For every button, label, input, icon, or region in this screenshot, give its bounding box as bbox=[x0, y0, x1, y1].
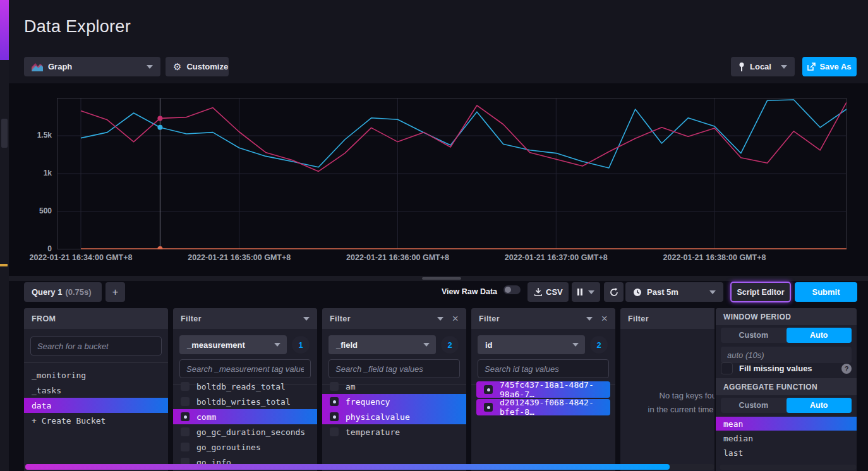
close-icon[interactable]: × bbox=[452, 313, 459, 324]
create-bucket-button[interactable]: + Create Bucket bbox=[24, 413, 168, 428]
gear-icon: ⚙ bbox=[173, 61, 181, 73]
custom-option[interactable]: Custom bbox=[721, 328, 787, 343]
tag-value-item[interactable]: 745fc437-18a1-48d7-98a6-7… bbox=[476, 381, 610, 398]
customize-button[interactable]: ⚙ Customize bbox=[166, 57, 229, 76]
aggregate-function-item[interactable]: median bbox=[716, 431, 857, 445]
x-axis-tick: 2022-01-21 16:34:00 GMT+8 bbox=[11, 253, 150, 262]
tag-value-item[interactable]: d2012439-f068-4842-bfef-8… bbox=[476, 399, 610, 415]
save-as-button[interactable]: Save As bbox=[802, 57, 857, 76]
help-icon[interactable]: ? bbox=[841, 364, 852, 374]
checkbox[interactable] bbox=[181, 397, 190, 406]
horizontal-scrollbar-thumb[interactable] bbox=[25, 464, 670, 470]
chevron-down-icon[interactable] bbox=[303, 317, 310, 321]
download-csv-button[interactable]: CSV bbox=[527, 282, 569, 302]
visualization-type-dropdown[interactable]: Graph bbox=[24, 57, 160, 76]
checkbox[interactable] bbox=[330, 427, 339, 436]
chevron-down-icon[interactable] bbox=[586, 317, 593, 321]
tag-value-item[interactable]: comm bbox=[173, 409, 317, 424]
tag-key-dropdown[interactable]: _field bbox=[329, 335, 436, 354]
auto-option[interactable]: Auto bbox=[787, 398, 852, 413]
window-period-input[interactable] bbox=[721, 347, 852, 363]
refresh-icon bbox=[610, 288, 618, 297]
tag-value-item[interactable]: boltdb_reads_total bbox=[173, 379, 317, 394]
script-editor-button[interactable]: Script Editor bbox=[730, 282, 791, 302]
submit-button[interactable]: Submit bbox=[795, 282, 857, 302]
add-query-button[interactable]: + bbox=[105, 282, 125, 302]
aggregate-function-item[interactable]: last bbox=[716, 446, 857, 460]
chevron-down-icon bbox=[423, 343, 430, 347]
tag-value-item[interactable]: temperature bbox=[322, 424, 466, 439]
nav-rail-marker bbox=[0, 264, 8, 266]
y-axis-tick: 500 bbox=[24, 206, 52, 217]
chevron-down-icon bbox=[588, 290, 594, 294]
tag-value-search-input[interactable] bbox=[329, 359, 460, 378]
tag-key-dropdown[interactable]: _measurement bbox=[179, 335, 287, 354]
tag-value-search-input[interactable] bbox=[478, 359, 609, 378]
fill-missing-row: Fill missing values ? bbox=[721, 362, 852, 374]
nav-rail-logo[interactable] bbox=[0, 0, 9, 60]
filter-panel: FilterNo tag keys foundin the current ti… bbox=[620, 308, 714, 471]
pause-icon bbox=[577, 289, 582, 295]
aggregate-function-item[interactable]: mean bbox=[716, 417, 857, 431]
filter-panel: Filter×_field2amfrequencyphysicalvaluete… bbox=[322, 308, 466, 471]
tag-value-item[interactable]: go_gc_duration_seconds bbox=[173, 424, 317, 439]
tag-value-item[interactable]: physicalvalue bbox=[322, 409, 466, 424]
checkbox[interactable] bbox=[484, 385, 493, 394]
tag-value-item[interactable]: am bbox=[322, 379, 466, 394]
window-period-mode-toggle: Custom Auto bbox=[721, 328, 852, 343]
tag-value-item[interactable]: go_goroutines bbox=[173, 439, 317, 455]
close-icon[interactable]: × bbox=[601, 313, 608, 324]
checkbox[interactable] bbox=[181, 382, 190, 391]
blue-series-line bbox=[81, 100, 847, 168]
area-chart-icon bbox=[32, 63, 43, 71]
download-icon bbox=[534, 288, 542, 296]
checkbox[interactable] bbox=[330, 412, 339, 421]
auto-option[interactable]: Auto bbox=[787, 328, 852, 343]
selected-count-badge: 2 bbox=[590, 336, 608, 354]
chart-plot-area[interactable] bbox=[57, 98, 847, 249]
tag-value-search-input[interactable] bbox=[179, 359, 311, 378]
orange-zero-series-hover-dot bbox=[157, 246, 162, 249]
chart-svg bbox=[57, 98, 847, 249]
tag-key-dropdown[interactable]: id bbox=[478, 335, 585, 354]
chevron-down-icon bbox=[781, 65, 787, 69]
from-panel: FROM _monitoring_tasksdata+ Create Bucke… bbox=[24, 308, 168, 471]
resize-handle[interactable] bbox=[422, 277, 461, 280]
checkbox[interactable] bbox=[484, 403, 493, 412]
query-tab-duration: (0.75s) bbox=[65, 287, 91, 297]
checkbox[interactable] bbox=[330, 382, 339, 391]
window-period-header: WINDOW PERIOD bbox=[716, 308, 857, 325]
checkbox[interactable] bbox=[330, 397, 339, 406]
timezone-dropdown[interactable]: Local bbox=[731, 57, 795, 76]
pause-dropdown-button[interactable] bbox=[572, 282, 600, 302]
chevron-down-icon[interactable] bbox=[437, 317, 443, 321]
refresh-button[interactable] bbox=[604, 282, 624, 302]
query-tab[interactable]: Query 1 (0.75s) bbox=[24, 282, 102, 302]
aggregate-mode-toggle: Custom Auto bbox=[721, 398, 852, 413]
fill-missing-checkbox[interactable] bbox=[721, 362, 733, 374]
bucket-list-item[interactable]: _tasks bbox=[24, 383, 168, 398]
options-panel: WINDOW PERIOD Custom Auto Fill missing v… bbox=[716, 308, 857, 471]
fill-missing-label: Fill missing values bbox=[739, 364, 812, 373]
time-series-chart[interactable]: 05001k1.5k 2022-01-21 16:34:00 GMT+82022… bbox=[24, 88, 859, 276]
filter-panel-title: Filter bbox=[628, 314, 649, 323]
bucket-search-input[interactable] bbox=[30, 337, 162, 355]
checkbox[interactable] bbox=[181, 412, 190, 421]
filter-panel: Filter×id2745fc437-18a1-48d7-98a6-7…d201… bbox=[471, 308, 615, 471]
checkbox[interactable] bbox=[181, 443, 190, 451]
tag-value-item[interactable]: frequency bbox=[322, 394, 466, 409]
query-tab-name: Query 1 bbox=[32, 287, 62, 297]
bucket-list-item[interactable]: data bbox=[24, 398, 168, 413]
x-axis-tick: 2022-01-21 16:36:00 GMT+8 bbox=[329, 253, 467, 262]
checkbox[interactable] bbox=[181, 427, 190, 436]
options-scrollbar-track[interactable] bbox=[720, 465, 857, 470]
time-range-dropdown[interactable]: Past 5m bbox=[625, 282, 723, 302]
magenta-series-line bbox=[81, 102, 847, 171]
custom-option[interactable]: Custom bbox=[721, 398, 787, 413]
nav-rail-button[interactable] bbox=[1, 119, 8, 148]
selected-count-badge: 1 bbox=[292, 336, 310, 354]
bucket-list-item[interactable]: _monitoring bbox=[24, 367, 168, 383]
view-raw-data-toggle[interactable] bbox=[503, 285, 521, 294]
blue-series-hover-dot bbox=[157, 125, 162, 130]
tag-value-item[interactable]: boltdb_writes_total bbox=[173, 394, 317, 409]
